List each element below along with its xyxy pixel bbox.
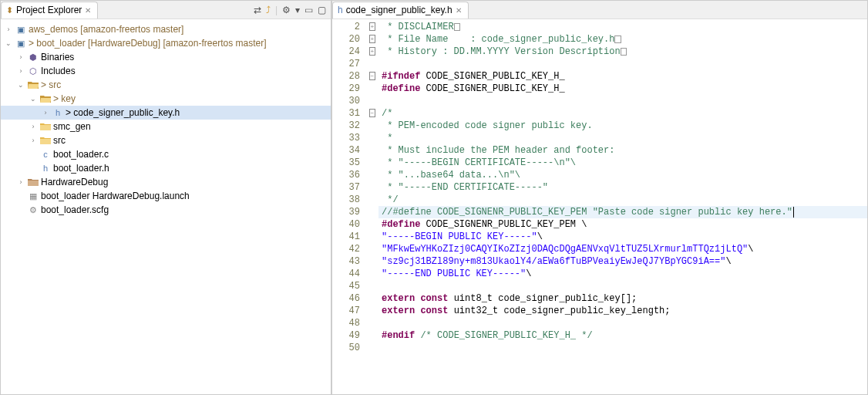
code-line[interactable]: */	[378, 194, 867, 206]
code-line[interactable]: extern const uint8_t code_signer_public_…	[378, 292, 867, 305]
code-line[interactable]: /*	[378, 107, 867, 120]
tree-row[interactable]: ⚙boot_loader.scfg	[1, 203, 331, 217]
fold-column[interactable]: +++−−	[366, 19, 378, 394]
code-line[interactable]: "-----END PUBLIC KEY-----"\	[378, 268, 867, 280]
tree-row[interactable]: ›▣aws_demos [amazon-freertos master]	[1, 22, 331, 36]
code-area[interactable]: * DISCLAIMER * File Name : code_signer_p…	[378, 19, 867, 394]
code-line[interactable]	[378, 280, 867, 292]
code-line[interactable]	[378, 342, 867, 354]
fold-expand-icon[interactable]: +	[369, 22, 376, 31]
code-line[interactable]: * DISCLAIMER	[378, 21, 867, 33]
explorer-tabbar: ⬍ Project Explorer ✕ ⇄ ⤴ | ⚙ ▾ ▭ ▢	[1, 1, 331, 19]
tree-row[interactable]: ⌄▣> boot_loader [HardwareDebug] [amazon-…	[1, 36, 331, 50]
editor-tabbar: h code_signer_public_key.h ✕	[332, 1, 867, 19]
tree-label: aws_demos [amazon-freertos master]	[29, 24, 183, 35]
code-line[interactable]: extern const uint32_t code_signer_public…	[378, 305, 867, 317]
separator-icon: |	[275, 5, 278, 15]
text-cursor	[793, 207, 794, 218]
minimize-icon[interactable]: ▭	[304, 5, 313, 15]
code-line[interactable]: * "...base64 data...\n"\	[378, 169, 867, 181]
code-line[interactable]: * Must include the PEM header and footer…	[378, 144, 867, 157]
tree-twisty-icon[interactable]: ›	[16, 67, 25, 75]
tree-row[interactable]: ›⬡Includes	[1, 64, 331, 78]
tree-twisty-icon[interactable]: ⌄	[29, 95, 38, 103]
tree-twisty-icon[interactable]: ›	[4, 25, 13, 33]
tree-label: > boot_loader [HardwareDebug] [amazon-fr…	[29, 38, 267, 49]
code-line[interactable]: #define CODE_SIGNENR_PUBLIC_KEY_PEM \	[378, 218, 867, 231]
launch-file-icon: ▦	[27, 190, 39, 202]
tree-row[interactable]: cboot_loader.c	[1, 147, 331, 161]
tree-twisty-icon[interactable]: ›	[29, 123, 38, 130]
close-icon[interactable]: ✕	[456, 6, 462, 15]
tree-row[interactable]: ›⬢Binaries	[1, 50, 331, 64]
tree-row[interactable]: ›HardwareDebug	[1, 175, 331, 189]
code-editor[interactable]: 2202427282930313233343536373839404142434…	[332, 19, 867, 394]
code-line[interactable]	[378, 58, 867, 70]
tree-label: boot_loader.scfg	[41, 204, 109, 215]
code-line[interactable]: * History : DD.MM.YYYY Version Descripti…	[378, 46, 867, 58]
tree-row[interactable]: ›smc_gen	[1, 120, 331, 133]
tree-label: > key	[53, 93, 76, 104]
header-file-icon: h	[52, 106, 64, 119]
code-line[interactable]: "sz9cj31BZl89ny+m813UkaolY4/aEWa6fTuBPVe…	[378, 255, 867, 268]
tree-row[interactable]: ▦boot_loader HardwareDebug.launch	[1, 189, 331, 203]
code-line[interactable]: * "-----END CERTIFICATE-----"	[378, 181, 867, 194]
tree-row[interactable]: ›h> code_signer_public_key.h	[1, 106, 331, 120]
folder-icon	[27, 176, 39, 188]
tree-row[interactable]: ⌄> key	[1, 92, 331, 106]
tree-twisty-icon[interactable]: ⌄	[4, 39, 13, 47]
tree-label: > code_signer_public_key.h	[66, 107, 180, 118]
fold-expand-icon[interactable]: +	[369, 35, 376, 43]
folder-icon	[39, 120, 52, 133]
tree-twisty-icon[interactable]: ›	[16, 178, 25, 186]
explorer-tab[interactable]: ⬍ Project Explorer ✕	[1, 2, 98, 19]
code-line[interactable]: * "-----BEGIN CERTIFICATE-----\n"\	[378, 157, 867, 169]
code-line[interactable]	[378, 317, 867, 329]
fold-collapse-icon[interactable]: −	[369, 72, 376, 80]
project-tree[interactable]: ›▣aws_demos [amazon-freertos master]⌄▣> …	[1, 19, 331, 394]
code-line[interactable]: #endif /* CODE_SIGNER_PUBLIC_KEY_H_ */	[378, 329, 867, 342]
view-menu-icon[interactable]: ▾	[295, 5, 300, 15]
tree-twisty-icon[interactable]: ›	[29, 137, 38, 144]
tree-row[interactable]: ›src	[1, 133, 331, 147]
tree-label: src	[53, 135, 66, 146]
code-line[interactable]: #define CODE_SIGNER_PUBLIC_KEY_H_	[378, 83, 867, 95]
code-line[interactable]	[378, 95, 867, 107]
focus-icon[interactable]: ⚙	[282, 5, 291, 15]
project-explorer-pane: ⬍ Project Explorer ✕ ⇄ ⤴ | ⚙ ▾ ▭ ▢ ›▣aws…	[0, 0, 331, 395]
code-line[interactable]: *	[378, 132, 867, 144]
close-icon[interactable]: ✕	[85, 6, 91, 15]
folder-open-icon	[27, 79, 39, 91]
link-editor-icon[interactable]: ⤴	[266, 5, 271, 15]
c-file-icon: c	[39, 148, 52, 160]
project-icon: ▣	[15, 37, 27, 49]
tree-row[interactable]: hboot_loader.h	[1, 161, 331, 175]
code-line[interactable]: #ifndef CODE_SIGNER_PUBLIC_KEY_H_	[378, 70, 867, 83]
folded-region-icon[interactable]	[454, 23, 461, 31]
editor-tab-title: code_signer_public_key.h	[346, 5, 453, 15]
code-line[interactable]: //#define CODE_SIGNENR_PUBLIC_KEY_PEM "P…	[378, 206, 867, 218]
tree-row[interactable]: ⌄> src	[1, 78, 331, 92]
explorer-toolbar: ⇄ ⤴ | ⚙ ▾ ▭ ▢	[254, 5, 331, 15]
folded-region-icon[interactable]	[614, 35, 621, 43]
code-line[interactable]: * PEM-encoded code signer public key.	[378, 120, 867, 132]
editor-tab[interactable]: h code_signer_public_key.h ✕	[332, 2, 469, 19]
tree-twisty-icon[interactable]: ›	[41, 109, 50, 116]
includes-icon: ⬡	[27, 65, 39, 77]
tree-twisty-icon[interactable]: ›	[16, 53, 25, 61]
code-line[interactable]: "MFkwEwYHKoZIzj0CAQYIKoZIzj0DAQcDQgAENVx…	[378, 243, 867, 255]
maximize-icon[interactable]: ▢	[318, 5, 326, 15]
explorer-icon: ⬍	[6, 5, 13, 15]
folded-region-icon[interactable]	[621, 48, 627, 56]
code-line[interactable]: "-----BEGIN PUBLIC KEY-----"\	[378, 231, 867, 243]
tree-label: smc_gen	[53, 121, 91, 132]
fold-collapse-icon[interactable]: −	[369, 109, 376, 117]
tree-label: Includes	[41, 66, 76, 76]
fold-expand-icon[interactable]: +	[369, 47, 376, 56]
code-line[interactable]: * File Name : code_signer_public_key.h	[378, 33, 867, 46]
project-icon: ▣	[15, 23, 27, 35]
collapse-all-icon[interactable]: ⇄	[254, 5, 261, 15]
tree-twisty-icon[interactable]: ⌄	[16, 81, 25, 89]
tree-label: Binaries	[41, 52, 74, 62]
header-file-icon: h	[39, 162, 52, 174]
